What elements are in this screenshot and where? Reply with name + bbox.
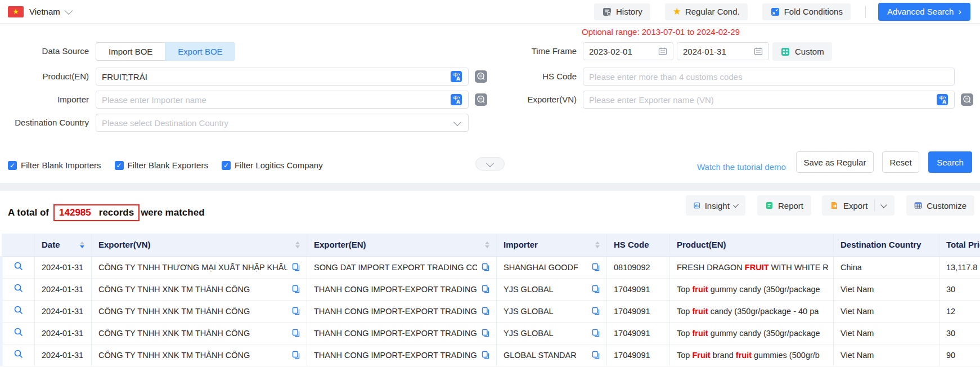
copy-icon[interactable]	[482, 329, 489, 337]
header-importer[interactable]: Importer	[497, 234, 607, 256]
tutorial-demo-link[interactable]: Watch the tutorial demo	[697, 162, 786, 172]
search-magnifier-icon[interactable]	[14, 261, 24, 271]
time-frame-label: Time Frame	[492, 42, 577, 60]
copy-icon[interactable]	[292, 329, 300, 337]
row-detail-cell	[2, 278, 35, 300]
translate-icon[interactable]: 中 A	[450, 70, 462, 83]
save-as-regular-button[interactable]: Save as Regular	[796, 151, 874, 173]
search-form: Optional range: 2013-07-01 to 2024-02-29…	[0, 24, 980, 183]
sort-icon[interactable]	[295, 241, 300, 248]
importer-input-wrap: 中 A	[96, 91, 469, 109]
exporter-vn-cell: CÔNG TY TNHH XNK TM THÀNH CÔNG	[92, 300, 307, 322]
date-start-value: 2023-02-01	[589, 47, 632, 56]
table-row[interactable]: 2024-01-31 CÔNG TY TNHH XNK TM THÀNH CÔN…	[2, 344, 980, 366]
translate-icon[interactable]: 中 A	[450, 93, 462, 106]
collapse-conditions-button[interactable]	[475, 157, 505, 171]
date-end-value: 2024-01-31	[683, 47, 726, 56]
data-source-toggle: Import BOE Export BOE	[96, 42, 235, 61]
history-button[interactable]: History	[594, 3, 650, 20]
importer-input[interactable]	[102, 95, 450, 105]
importer-cell: YJS GLOBAL	[497, 278, 607, 300]
search-magnifier-icon[interactable]	[14, 327, 24, 337]
country-chevron-down-icon[interactable]	[65, 6, 73, 14]
reset-button[interactable]: Reset	[882, 151, 919, 173]
destination-select[interactable]: Please select Destination Country	[96, 114, 469, 132]
header-exporter-en[interactable]: Exporter(EN)	[307, 234, 497, 256]
checkbox-label: Filter Logitics Company	[235, 160, 323, 170]
results-table-body: 2024-01-31 CÔNG TY TNHH THƯƠNG MẠI XUẤT …	[2, 256, 980, 366]
calendar-icon[interactable]	[658, 47, 667, 56]
copy-icon[interactable]	[592, 307, 600, 315]
results-table-wrap: Date Exporter(VN) Exporter(EN) Importer …	[0, 234, 980, 366]
table-row[interactable]: 2024-01-31 CÔNG TY TNHH XNK TM THÀNH CÔN…	[2, 278, 980, 300]
customize-button[interactable]: Customize	[906, 195, 974, 216]
search-magnifier-icon[interactable]	[14, 349, 24, 359]
custom-range-label: Custom	[795, 47, 824, 56]
star-icon: ★	[673, 7, 681, 16]
product-input-wrap: 中 A	[96, 68, 469, 86]
filter-logistics-company-checkbox[interactable]: ✓ Filter Logitics Company	[222, 160, 323, 170]
filter-blank-importers-checkbox[interactable]: ✓ Filter Blank Importers	[8, 160, 101, 170]
copy-icon[interactable]	[482, 263, 489, 271]
export-dropdown-chevron-icon[interactable]	[881, 202, 887, 208]
exporter-en-cell: THANH CONG IMPORT-EXPORT TRADING C	[307, 278, 497, 300]
advanced-search-button[interactable]: Advanced Search ›	[878, 3, 970, 21]
country-name: Vietnam	[29, 7, 60, 16]
calendar-icon[interactable]	[754, 47, 763, 56]
table-header-row: Date Exporter(VN) Exporter(EN) Importer …	[2, 234, 980, 256]
copy-icon[interactable]	[592, 285, 600, 293]
date-start-input[interactable]: 2023-02-01	[583, 42, 673, 60]
copy-icon[interactable]	[592, 329, 600, 337]
total-cell: 13,117.8	[939, 256, 980, 278]
copy-icon[interactable]	[482, 307, 489, 315]
table-row[interactable]: 2024-01-31 CÔNG TY TNHH THƯƠNG MẠI XUẤT …	[2, 256, 980, 278]
regular-cond-button[interactable]: ★ Regular Cond.	[665, 3, 748, 20]
table-row[interactable]: 2024-01-31 CÔNG TY TNHH XNK TM THÀNH CÔN…	[2, 322, 980, 344]
hs-code-input[interactable]	[589, 72, 948, 82]
checkbox-label: Filter Blank Importers	[21, 160, 101, 170]
date-end-input[interactable]: 2024-01-31	[677, 42, 769, 60]
filter-blank-exporters-checkbox[interactable]: ✓ Filter Blank Exporters	[115, 160, 208, 170]
copy-icon[interactable]	[482, 351, 489, 359]
exclude-search-icon[interactable]	[474, 93, 488, 106]
exporter-vn-cell: CÔNG TY TNHH XNK TM THÀNH CÔNG	[92, 344, 307, 366]
fold-conditions-button[interactable]: Fold Conditions	[762, 3, 851, 20]
export-boe-option[interactable]: Export BOE	[165, 42, 235, 61]
sort-icon[interactable]	[80, 241, 84, 248]
exporter-en-cell: THANH CONG IMPORT-EXPORT TRADING C	[307, 344, 497, 366]
header-date[interactable]: Date	[35, 234, 92, 256]
data-source-label: Data Source	[5, 42, 89, 60]
sort-icon[interactable]	[595, 241, 600, 248]
import-boe-option[interactable]: Import BOE	[96, 42, 165, 61]
search-button[interactable]: Search	[928, 151, 972, 173]
insight-button[interactable]: Insight	[686, 195, 745, 216]
header-exporter-vn[interactable]: Exporter(VN)	[92, 234, 307, 256]
importer-cell: YJS GLOBAL	[497, 322, 607, 344]
custom-range-button[interactable]: Custom	[772, 42, 832, 61]
copy-icon[interactable]	[292, 285, 300, 293]
exclude-search-icon[interactable]	[474, 70, 488, 83]
exclude-search-icon[interactable]	[960, 93, 974, 106]
customize-label: Customize	[927, 201, 966, 211]
sort-icon[interactable]	[485, 241, 489, 248]
search-magnifier-icon[interactable]	[14, 283, 24, 293]
copy-icon[interactable]	[292, 351, 300, 359]
export-button[interactable]: Export	[822, 195, 894, 216]
product-input[interactable]	[102, 72, 450, 82]
filter-checkbox-row: ✓ Filter Blank Importers ✓ Filter Blank …	[8, 160, 323, 170]
table-row[interactable]: 2024-01-31 CÔNG TY TNHH XNK TM THÀNH CÔN…	[2, 300, 980, 322]
copy-icon[interactable]	[292, 263, 300, 271]
section-divider	[0, 183, 980, 191]
report-button[interactable]: Report	[757, 195, 811, 216]
total-cell: 90	[939, 344, 980, 366]
exporter-vn-input[interactable]	[589, 95, 936, 105]
copy-icon[interactable]	[292, 307, 300, 315]
hs-code-cell: 17049091	[607, 322, 670, 344]
copy-icon[interactable]	[592, 263, 600, 271]
translate-icon[interactable]: 中 A	[936, 93, 948, 106]
copy-icon[interactable]	[482, 285, 489, 293]
report-icon	[765, 201, 774, 210]
date-cell: 2024-01-31	[35, 256, 92, 278]
search-magnifier-icon[interactable]	[14, 305, 24, 315]
copy-icon[interactable]	[592, 351, 600, 359]
